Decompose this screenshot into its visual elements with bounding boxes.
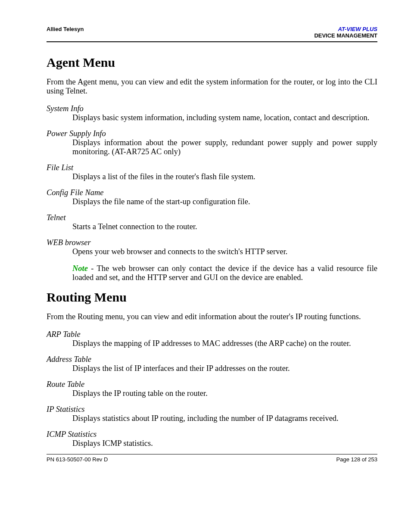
definition-item: WEB browser Opens your web browser and c…	[47, 238, 377, 256]
item-title: Config File Name	[47, 188, 377, 197]
definition-item: Config File Name Displays the file name …	[47, 188, 377, 206]
item-desc: Displays a list of the files in the rout…	[72, 172, 377, 181]
item-title: ARP Table	[47, 330, 377, 339]
definition-item: File List Displays a list of the files i…	[47, 163, 377, 181]
item-desc: Displays statistics about IP routing, in…	[72, 414, 377, 423]
header-section: DEVICE MANAGEMENT	[314, 32, 377, 39]
item-title: System Info	[47, 104, 377, 113]
section-heading: Agent Menu	[47, 55, 377, 70]
item-title: WEB browser	[47, 238, 377, 247]
note-text: - The web browser can only contact the d…	[72, 264, 377, 282]
definition-item: Route Table Displays the IP routing tabl…	[47, 380, 377, 398]
footer-right: Page 128 of 253	[336, 456, 377, 463]
definition-item: IP Statistics Displays statistics about …	[47, 405, 377, 423]
note-block: Note - The web browser can only contact …	[72, 264, 377, 282]
header-left: Allied Telesyn	[47, 26, 84, 32]
definition-item: Address Table Displays the list of IP in…	[47, 355, 377, 373]
header-right: AT-VIEW PLUS DEVICE MANAGEMENT	[314, 26, 377, 39]
item-desc: Displays the list of IP interfaces and t…	[72, 364, 377, 373]
definition-item: Power Supply Info Displays information a…	[47, 129, 377, 156]
note-label: Note	[72, 264, 88, 273]
item-desc: Displays the IP routing table on the rou…	[72, 389, 377, 398]
definition-item: ICMP Statistics Displays ICMP statistics…	[47, 430, 377, 448]
section-heading: Routing Menu	[47, 290, 377, 305]
header-product: AT-VIEW PLUS	[314, 26, 377, 32]
page-header: Allied Telesyn AT-VIEW PLUS DEVICE MANAG…	[47, 26, 377, 42]
item-desc: Opens your web browser and connects to t…	[72, 247, 377, 256]
item-desc: Displays the mapping of IP addresses to …	[72, 339, 377, 348]
definition-item: Telnet Starts a Telnet connection to the…	[47, 213, 377, 231]
item-desc: Displays basic system information, inclu…	[72, 113, 377, 122]
footer-left: PN 613-50507-00 Rev D	[47, 456, 108, 463]
section-intro: From the Agent menu, you can view and ed…	[47, 78, 377, 96]
item-desc: Displays information about the power sup…	[72, 138, 377, 156]
section-intro: From the Routing menu, you can view and …	[47, 312, 377, 321]
item-desc: Starts a Telnet connection to the router…	[72, 222, 377, 231]
item-title: Telnet	[47, 213, 377, 222]
item-title: Power Supply Info	[47, 129, 377, 138]
item-title: IP Statistics	[47, 405, 377, 414]
item-desc: Displays the file name of the start-up c…	[72, 197, 377, 206]
definition-item: ARP Table Displays the mapping of IP add…	[47, 330, 377, 348]
definition-item: System Info Displays basic system inform…	[47, 104, 377, 122]
item-desc: Displays ICMP statistics.	[72, 439, 377, 448]
item-title: ICMP Statistics	[47, 430, 377, 439]
item-title: Route Table	[47, 380, 377, 389]
item-title: File List	[47, 163, 377, 172]
document-page: Allied Telesyn AT-VIEW PLUS DEVICE MANAG…	[0, 0, 411, 480]
page-footer: PN 613-50507-00 Rev D Page 128 of 253	[47, 454, 377, 463]
item-title: Address Table	[47, 355, 377, 364]
